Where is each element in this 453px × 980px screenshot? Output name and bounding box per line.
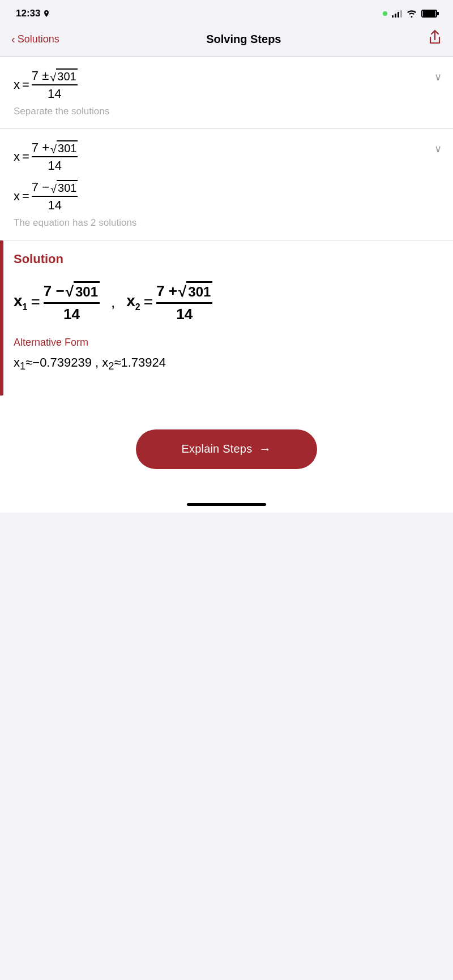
solution-accent-bar <box>0 240 3 396</box>
alt-form-values: x1≈−0.739239 , x2≈1.73924 <box>0 355 453 384</box>
chevron-down-icon-1[interactable]: ∨ <box>434 71 442 83</box>
step-1-note: Separate the solutions <box>14 106 439 117</box>
home-indicator <box>0 492 453 513</box>
arrow-icon: → <box>259 442 271 457</box>
wifi-icon <box>407 10 417 18</box>
step-1: ∨ x = 7 ± √ 301 14 Separate the solution… <box>0 57 453 129</box>
solution-x2: x2 = 7 + √ 301 14 <box>126 281 212 323</box>
status-icons <box>383 10 437 18</box>
navigation-bar: ‹ Solutions Solving Steps <box>0 24 453 57</box>
step-1-formula: x = 7 ± √ 301 14 <box>14 68 439 101</box>
chevron-left-icon: ‹ <box>11 33 15 46</box>
content-area: ∨ x = 7 ± √ 301 14 Separate the solution… <box>0 57 453 513</box>
page-title: Solving Steps <box>206 33 281 46</box>
back-label: Solutions <box>18 33 59 45</box>
step-2: ∨ x = 7 + √ 301 14 x = 7 − <box>0 129 453 240</box>
bottom-area: Explain Steps → <box>0 396 453 492</box>
home-bar <box>187 503 266 506</box>
share-icon <box>428 29 442 45</box>
signal-icon <box>392 10 402 18</box>
explain-steps-button[interactable]: Explain Steps → <box>136 429 317 469</box>
solution-section: Solution x1 = 7 − √ 301 14 , <box>0 240 453 396</box>
solution-x1: x1 = 7 − √ 301 14 <box>14 281 100 323</box>
chevron-down-icon-2[interactable]: ∨ <box>434 143 442 155</box>
status-time: 12:33 <box>16 8 40 19</box>
back-button[interactable]: ‹ Solutions <box>11 33 59 46</box>
step-2-formula-2: x = 7 − √ 301 14 <box>14 180 439 213</box>
explain-steps-label: Explain Steps <box>181 442 252 455</box>
battery-icon <box>421 10 437 18</box>
solution-header: Solution <box>0 252 453 276</box>
location-icon <box>43 10 50 18</box>
dot-green <box>383 11 387 16</box>
share-button[interactable] <box>428 29 442 49</box>
solution-formula: x1 = 7 − √ 301 14 , x2 = <box>0 276 453 334</box>
step-2-formula-1: x = 7 + √ 301 14 <box>14 140 439 173</box>
alt-form-label: Alternative Form <box>0 334 453 355</box>
step-2-note: The equation has 2 solutions <box>14 217 439 229</box>
status-bar: 12:33 <box>0 0 453 24</box>
